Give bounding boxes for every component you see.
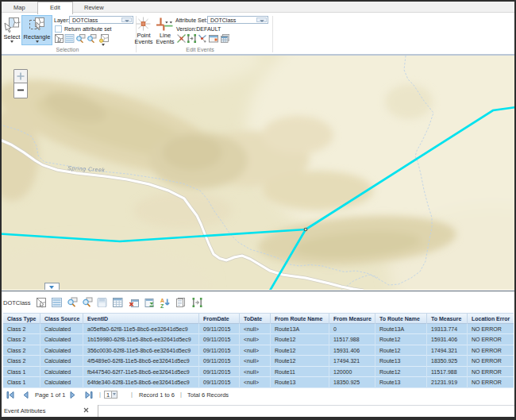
svg-text:A: A	[160, 298, 164, 303]
svg-text:Z: Z	[160, 303, 164, 309]
